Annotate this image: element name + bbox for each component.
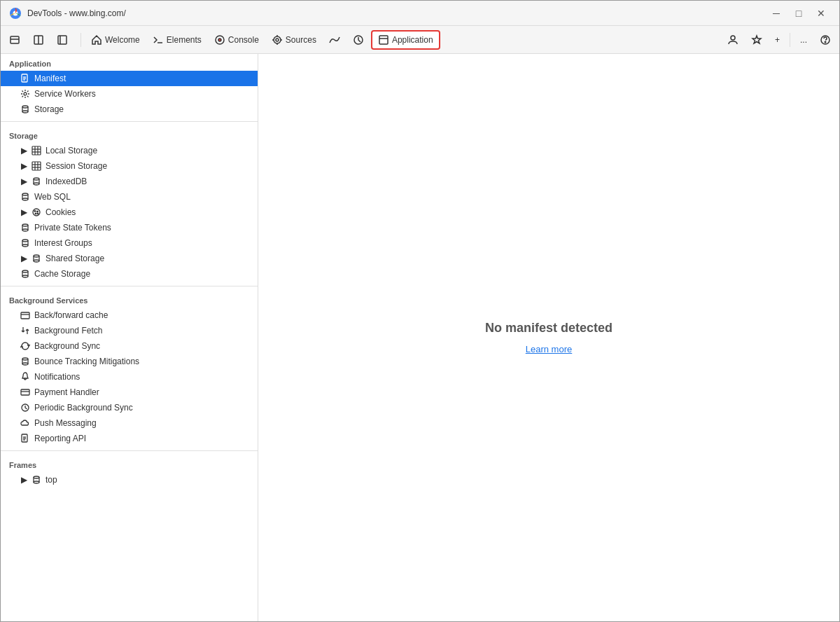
- sidebar-item-bounce-tracking[interactable]: Bounce Tracking Mitigations: [1, 354, 258, 369]
- sidebar-item-payment-handler[interactable]: Payment Handler: [1, 385, 258, 400]
- svg-point-11: [274, 36, 281, 43]
- svg-point-73: [22, 358, 28, 360]
- profile-icon[interactable]: [722, 30, 744, 50]
- tab-welcome[interactable]: Welcome: [85, 30, 146, 50]
- dock-separate-button[interactable]: [27, 30, 50, 50]
- svg-point-49: [22, 198, 28, 200]
- svg-point-62: [22, 244, 28, 247]
- sidebar-item-reporting-api[interactable]: Reporting API: [1, 431, 258, 446]
- sidebar-item-interest-groups[interactable]: Interest Groups: [1, 235, 258, 251]
- close-button[interactable]: ✕: [811, 4, 831, 23]
- devtools-window: DevTools - www.bing.com/ ─ □ ✕ Welcome: [0, 0, 840, 622]
- sidebar-item-reporting-api-label: Reporting API: [34, 434, 86, 443]
- sidebar-item-push-messaging[interactable]: Push Messaging: [1, 415, 258, 431]
- svg-point-10: [218, 39, 221, 41]
- divider-2: [1, 286, 258, 286]
- svg-point-12: [276, 39, 279, 41]
- help-button[interactable]: [814, 30, 836, 50]
- sidebar-item-cache-storage[interactable]: Cache Storage: [1, 266, 258, 282]
- chevron-right-icon-3: ▶: [20, 178, 27, 185]
- sidebar-item-cookies[interactable]: ▶ Cookies: [1, 205, 258, 220]
- cylinder-icon-5: [20, 238, 30, 248]
- cylinder-icon: [20, 104, 30, 114]
- no-manifest-panel: No manifest detected Learn more: [485, 321, 612, 354]
- grid-icon-2: [31, 161, 41, 171]
- svg-point-70: [22, 275, 28, 277]
- svg-rect-37: [32, 162, 41, 170]
- window-controls: ─ □ ✕: [766, 4, 831, 23]
- sidebar-item-background-fetch[interactable]: Background Fetch: [1, 323, 258, 338]
- sidebar-item-service-workers[interactable]: Service Workers: [1, 86, 258, 102]
- cloud-icon: [20, 418, 30, 428]
- svg-point-63: [34, 255, 39, 257]
- cylinder-icon-2: [31, 177, 41, 186]
- sidebar-item-manifest[interactable]: Manifest: [1, 71, 258, 86]
- file-icon-2: [20, 434, 30, 443]
- frame-icon: [31, 475, 41, 485]
- sidebar-item-periodic-bg-sync[interactable]: Periodic Background Sync: [1, 400, 258, 415]
- sidebar-item-web-sql-label: Web SQL: [34, 192, 71, 202]
- cylinder-icon-4: [20, 223, 30, 233]
- svg-point-76: [22, 363, 28, 365]
- no-manifest-title: No manifest detected: [485, 321, 612, 336]
- gear-icon: [20, 89, 30, 99]
- sync-icon: [20, 341, 30, 351]
- more-options-button[interactable]: ...: [794, 30, 813, 50]
- sidebar-item-top[interactable]: ▶ top: [1, 472, 258, 488]
- sidebar-item-notifications-label: Notifications: [34, 372, 80, 382]
- svg-point-50: [33, 209, 40, 216]
- sidebar-item-back-forward-cache-label: Back/forward cache: [34, 310, 108, 320]
- sidebar-item-session-storage[interactable]: ▶ Session Storage: [1, 158, 258, 174]
- sidebar-item-storage-app-label: Storage: [34, 104, 64, 114]
- sidebar-item-back-forward-cache[interactable]: Back/forward cache: [1, 307, 258, 323]
- tab-elements[interactable]: Elements: [147, 30, 207, 50]
- dock-undock-button[interactable]: [4, 30, 26, 50]
- svg-point-87: [34, 481, 39, 483]
- tab-sources[interactable]: Sources: [266, 30, 322, 50]
- tab-performance[interactable]: [347, 30, 370, 50]
- tab-application[interactable]: Application: [371, 30, 440, 50]
- svg-point-51: [34, 211, 36, 212]
- svg-rect-77: [21, 389, 29, 395]
- svg-point-31: [22, 111, 28, 113]
- divider-1: [1, 121, 258, 122]
- main-content: No manifest detected Learn more: [258, 54, 839, 621]
- sidebar-item-notifications[interactable]: Notifications: [1, 369, 258, 385]
- minimize-button[interactable]: ─: [766, 4, 786, 23]
- sidebar-item-background-sync[interactable]: Background Sync: [1, 338, 258, 354]
- learn-more-link[interactable]: Learn more: [526, 344, 572, 354]
- cylinder-icon-7: [20, 269, 30, 279]
- svg-point-22: [825, 41, 826, 43]
- bell-icon: [20, 372, 30, 382]
- chevron-right-icon-4: ▶: [20, 209, 27, 216]
- sidebar-item-private-state-tokens[interactable]: Private State Tokens: [1, 220, 258, 235]
- sidebar-item-web-sql[interactable]: Web SQL: [1, 189, 258, 205]
- maximize-button[interactable]: □: [789, 4, 808, 23]
- chevron-right-icon-2: ▶: [20, 163, 27, 170]
- sidebar-item-indexeddb-label: IndexedDB: [46, 177, 87, 186]
- more-tools-button[interactable]: +: [769, 30, 785, 50]
- tab-console[interactable]: Console: [209, 30, 265, 50]
- sidebar-item-manifest-label: Manifest: [34, 74, 66, 83]
- dock-side-button[interactable]: [51, 30, 74, 50]
- sidebar-item-cookies-label: Cookies: [46, 207, 76, 217]
- svg-point-84: [34, 476, 39, 478]
- clock-icon: [20, 403, 30, 413]
- sidebar-item-session-storage-label: Session Storage: [46, 161, 107, 171]
- tab-network[interactable]: [323, 30, 346, 50]
- sidebar-item-local-storage[interactable]: ▶ Local Storage: [1, 143, 258, 158]
- window-title: DevTools - www.bing.com/: [27, 8, 766, 18]
- customize-icon[interactable]: [746, 30, 768, 50]
- sidebar-item-local-storage-label: Local Storage: [46, 146, 97, 156]
- svg-point-46: [22, 193, 28, 195]
- grid-icon: [31, 146, 41, 156]
- background-services-section-label: Background Services: [1, 291, 258, 307]
- main-layout: Application Manifest Service Workers Sto…: [1, 54, 839, 621]
- dock-group: [4, 30, 74, 50]
- sidebar-item-indexeddb[interactable]: ▶ IndexedDB: [1, 174, 258, 189]
- cylinder-icon-6: [31, 254, 41, 263]
- sidebar-item-shared-storage[interactable]: ▶ Shared Storage: [1, 251, 258, 266]
- sidebar-item-background-fetch-label: Background Fetch: [34, 326, 102, 336]
- sidebar-item-storage-app[interactable]: Storage: [1, 102, 258, 117]
- toolbar-separator-1: [80, 33, 81, 47]
